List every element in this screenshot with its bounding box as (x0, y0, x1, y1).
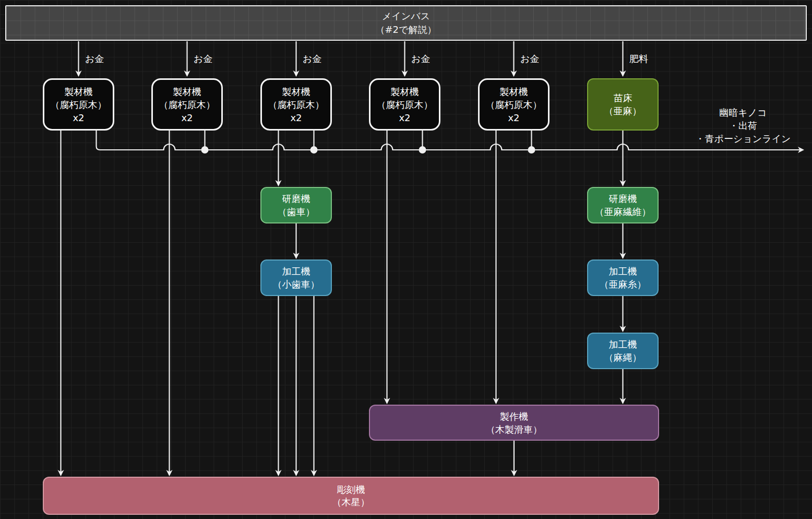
node-label-line: 研磨機 (609, 192, 637, 205)
node-label-line: 加工機 (282, 265, 311, 278)
node-sawmill-5: 製材機 （腐朽原木） x2 (478, 78, 550, 131)
node-label-line: （腐朽原木） (51, 98, 107, 111)
node-label-line: （腐朽原木） (268, 98, 325, 111)
node-label-line: x2 (399, 111, 410, 124)
bus-note-line: ・青ポーションライン (684, 132, 803, 145)
bus-note-line: ・出荷 (684, 119, 803, 132)
node-label-line: 彫刻機 (337, 483, 365, 496)
node-sawmill-2: 製材機 （腐朽原木） x2 (151, 78, 223, 131)
node-label-line: （木星） (332, 496, 370, 509)
node-sawmill-1: 製材機 （腐朽原木） x2 (43, 78, 114, 131)
node-label-line: x2 (290, 111, 302, 124)
node-processor-flax-thread: 加工機 （亜麻糸） (587, 260, 659, 296)
node-label-line: （腐朽原木） (377, 98, 433, 111)
node-label-line: 製作機 (500, 410, 528, 423)
bus-junction-dot (201, 146, 209, 154)
node-label-line: （木製滑車） (486, 423, 542, 436)
node-label-line: 製材機 (391, 85, 419, 98)
node-label-line: x2 (508, 111, 519, 124)
node-label-line: （小歯車） (273, 278, 320, 291)
node-label-line: （歯車） (278, 205, 315, 218)
main-bus-title: メインバス (382, 9, 430, 23)
main-bus-subtitle: （#2で解説） (376, 23, 437, 37)
node-label-line: 製材機 (65, 85, 93, 98)
node-seedbed-flax: 苗床 （亜麻） (587, 78, 659, 131)
edge-label-money-1: お金 (85, 52, 104, 65)
bus-destination-note: 幽暗キノコ ・出荷 ・青ポーションライン (684, 106, 803, 145)
bus-junction-dot (419, 146, 426, 154)
main-bus-bar: メインバス （#2で解説） (5, 5, 807, 41)
node-label-line: （亜麻糸） (600, 278, 647, 291)
bus-junction-dot (311, 146, 318, 154)
node-sawmill-4: 製材機 （腐朽原木） x2 (369, 78, 440, 131)
node-label-line: 製材機 (173, 85, 201, 98)
node-label-line: （腐朽原木） (159, 98, 216, 111)
edge-label-fertilizer: 肥料 (629, 52, 648, 65)
node-label-line: （亜麻繊維） (595, 205, 651, 218)
node-label-line: （腐朽原木） (486, 98, 542, 111)
node-grinder-flax-fiber: 研磨機 （亜麻繊維） (587, 187, 659, 223)
node-label-line: 苗床 (614, 91, 632, 104)
bus-junction-dot (528, 146, 535, 154)
node-label-line: （亜麻） (604, 104, 642, 117)
node-label-line: 研磨機 (282, 192, 311, 205)
node-grinder-gear: 研磨機 （歯車） (260, 187, 332, 223)
node-label-line: 加工機 (609, 338, 637, 351)
node-processor-small-gear: 加工機 （小歯車） (260, 260, 332, 296)
node-label-line: x2 (73, 111, 84, 124)
edge-label-money-5: お金 (520, 52, 539, 65)
edge-label-money-3: お金 (303, 52, 321, 65)
node-sawmill-3: 製材機 （腐朽原木） x2 (260, 78, 332, 131)
node-processor-hemp-rope: 加工機 （麻縄） (587, 333, 659, 369)
node-label-line: 製材機 (282, 85, 311, 98)
edge-label-money-2: お金 (194, 52, 212, 65)
flowchart-canvas: メインバス （#2で解説） お金 お金 お金 お金 お金 肥料 幽暗キノコ ・出… (0, 0, 812, 519)
edge-label-money-4: お金 (411, 52, 430, 65)
node-label-line: 加工機 (609, 265, 637, 278)
node-carver-wooden-star: 彫刻機 （木星） (43, 477, 659, 515)
node-crafter-wooden-pulley: 製作機 （木製滑車） (369, 405, 659, 441)
bus-note-line: 幽暗キノコ (719, 107, 767, 118)
node-label-line: x2 (181, 111, 193, 124)
node-label-line: （麻縄） (604, 351, 642, 364)
node-label-line: 製材機 (500, 85, 528, 98)
